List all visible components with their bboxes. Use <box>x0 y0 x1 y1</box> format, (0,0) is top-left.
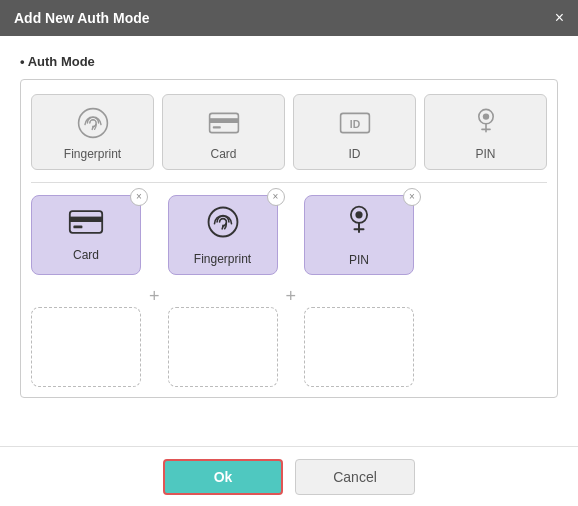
selected-pin-label: PIN <box>349 253 369 267</box>
modal-body: Auth Mode <box>0 36 578 446</box>
svg-point-0 <box>78 109 107 138</box>
svg-point-7 <box>482 113 488 119</box>
option-fingerprint[interactable]: Fingerprint <box>31 94 154 170</box>
remove-card-button[interactable]: × <box>130 188 148 206</box>
option-pin[interactable]: PIN <box>424 94 547 170</box>
option-id[interactable]: ID ID <box>293 94 416 170</box>
option-id-label: ID <box>349 147 361 161</box>
svg-point-13 <box>355 211 362 218</box>
svg-rect-9 <box>70 217 102 222</box>
selected-fingerprint-wrapper: × Fingerprint <box>168 195 278 387</box>
auth-options-top: Fingerprint Card <box>31 94 547 183</box>
ok-button[interactable]: Ok <box>163 459 283 495</box>
auth-options-box: Fingerprint Card <box>20 79 558 398</box>
selected-card-item: × Card <box>31 195 141 275</box>
selected-pin-icon <box>345 204 373 247</box>
selected-pin-wrapper: × PIN <box>304 195 414 387</box>
id-icon: ID <box>339 105 371 141</box>
modal-title: Add New Auth Mode <box>14 10 150 26</box>
selected-card-label: Card <box>73 248 99 262</box>
empty-slot-3 <box>304 307 414 387</box>
selected-fingerprint-label: Fingerprint <box>194 252 251 266</box>
remove-pin-button[interactable]: × <box>403 188 421 206</box>
modal-footer: Ok Cancel <box>0 446 578 506</box>
selected-card-wrapper: × Card <box>31 195 141 387</box>
modal: Add New Auth Mode × Auth Mode <box>0 0 578 506</box>
auth-mode-label: Auth Mode <box>20 54 558 69</box>
empty-slot-2 <box>168 307 278 387</box>
selected-pin-item: × PIN <box>304 195 414 275</box>
fingerprint-icon <box>77 105 109 141</box>
svg-point-11 <box>208 207 237 236</box>
svg-rect-3 <box>212 126 220 128</box>
close-button[interactable]: × <box>555 10 564 26</box>
card-icon <box>208 105 240 141</box>
remove-fingerprint-button[interactable]: × <box>267 188 285 206</box>
option-card-label: Card <box>210 147 236 161</box>
svg-rect-10 <box>73 226 82 229</box>
option-fingerprint-label: Fingerprint <box>64 147 121 161</box>
svg-rect-2 <box>209 118 238 123</box>
option-card[interactable]: Card <box>162 94 285 170</box>
selected-area: × Card + <box>31 195 547 387</box>
empty-slot-1 <box>31 307 141 387</box>
plus-1: + <box>141 286 168 307</box>
selected-fingerprint-item: × Fingerprint <box>168 195 278 275</box>
option-pin-label: PIN <box>475 147 495 161</box>
modal-header: Add New Auth Mode × <box>0 0 578 36</box>
cancel-button[interactable]: Cancel <box>295 459 415 495</box>
pin-icon <box>470 105 502 141</box>
selected-card-icon <box>68 208 104 242</box>
selected-fingerprint-icon <box>206 205 240 246</box>
plus-2: + <box>278 286 305 307</box>
svg-text:ID: ID <box>349 119 360 130</box>
